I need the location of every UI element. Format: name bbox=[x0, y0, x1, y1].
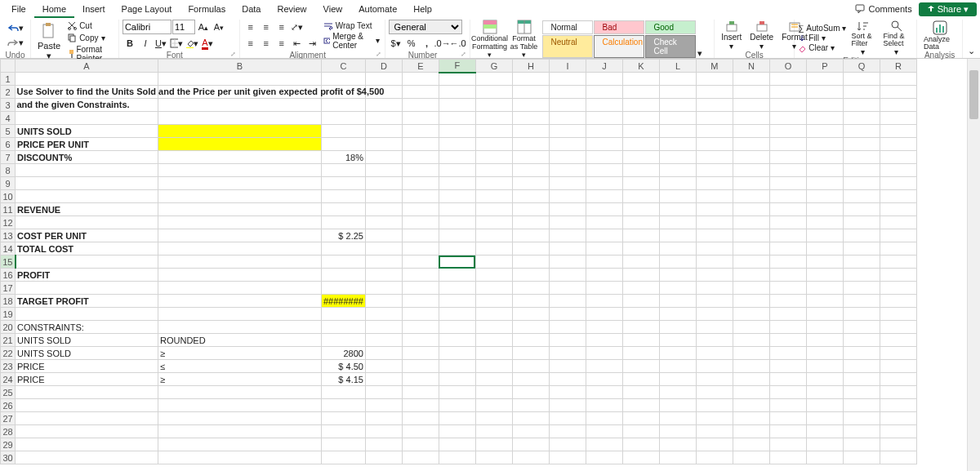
cell-K17[interactable] bbox=[622, 282, 659, 295]
cell-K2[interactable] bbox=[622, 86, 659, 99]
cell-O6[interactable] bbox=[769, 138, 806, 151]
increase-font-icon[interactable]: A▴ bbox=[196, 20, 211, 34]
cell-H14[interactable] bbox=[512, 242, 549, 255]
cell-A11[interactable]: REVENUE bbox=[16, 203, 158, 216]
col-header-F[interactable]: F bbox=[439, 60, 475, 73]
undo-button[interactable]: ▾ bbox=[7, 21, 24, 34]
cell-C13[interactable]: $ 2.25 bbox=[322, 229, 366, 242]
cell-F11[interactable] bbox=[439, 203, 475, 216]
cell-D12[interactable] bbox=[365, 216, 402, 229]
cell-I18[interactable] bbox=[549, 295, 586, 308]
cell-H5[interactable] bbox=[512, 125, 549, 138]
cell-A13[interactable]: COST PER UNIT bbox=[16, 229, 158, 242]
cell-B20[interactable] bbox=[158, 321, 322, 334]
cell-G1[interactable] bbox=[475, 73, 512, 86]
font-size-combo[interactable] bbox=[172, 20, 195, 34]
cell-P14[interactable] bbox=[806, 242, 843, 255]
cell-N5[interactable] bbox=[733, 125, 769, 138]
cell-C1[interactable] bbox=[322, 73, 366, 86]
cell-B23[interactable]: ≤ bbox=[158, 360, 322, 373]
cell-F28[interactable] bbox=[439, 425, 475, 438]
cell-K4[interactable] bbox=[622, 112, 659, 125]
cell-A5[interactable]: UNITS SOLD bbox=[16, 125, 158, 138]
row-header-21[interactable]: 21 bbox=[1, 334, 16, 347]
cell-F8[interactable] bbox=[439, 164, 475, 177]
cell-B22[interactable]: ≥ bbox=[158, 347, 322, 360]
cell-N26[interactable] bbox=[733, 399, 769, 412]
autosum-button[interactable]: ∑AutoSum ▾ bbox=[798, 24, 846, 33]
cell-R3[interactable] bbox=[880, 99, 916, 112]
cell-P3[interactable] bbox=[806, 99, 843, 112]
cell-J7[interactable] bbox=[586, 151, 622, 164]
cell-C14[interactable] bbox=[322, 242, 366, 255]
cell-R21[interactable] bbox=[880, 334, 916, 347]
cell-E26[interactable] bbox=[402, 399, 439, 412]
col-header-Q[interactable]: Q bbox=[843, 60, 880, 73]
cell-D19[interactable] bbox=[365, 308, 402, 321]
cell-P15[interactable] bbox=[806, 255, 843, 269]
cell-Q27[interactable] bbox=[843, 412, 880, 425]
cell-J23[interactable] bbox=[586, 360, 622, 373]
cell-L25[interactable] bbox=[659, 386, 696, 399]
col-header-D[interactable]: D bbox=[365, 60, 402, 73]
cell-M11[interactable] bbox=[696, 203, 733, 216]
cell-Q25[interactable] bbox=[843, 386, 880, 399]
cell-G8[interactable] bbox=[475, 164, 512, 177]
cell-R5[interactable] bbox=[880, 125, 916, 138]
cell-F17[interactable] bbox=[439, 282, 475, 295]
cell-D17[interactable] bbox=[365, 282, 402, 295]
cell-F3[interactable] bbox=[439, 99, 475, 112]
row-header-10[interactable]: 10 bbox=[1, 190, 16, 203]
row-header-16[interactable]: 16 bbox=[1, 269, 16, 282]
cell-H1[interactable] bbox=[512, 73, 549, 86]
cell-H21[interactable] bbox=[512, 334, 549, 347]
cell-P18[interactable] bbox=[806, 295, 843, 308]
cell-R17[interactable] bbox=[880, 282, 916, 295]
font-name-combo[interactable] bbox=[122, 20, 172, 34]
cell-K20[interactable] bbox=[622, 321, 659, 334]
cell-K30[interactable] bbox=[622, 451, 659, 464]
cell-J14[interactable] bbox=[586, 242, 622, 255]
col-header-G[interactable]: G bbox=[475, 60, 512, 73]
cell-A22[interactable]: UNITS SOLD bbox=[16, 347, 158, 360]
cell-E20[interactable] bbox=[402, 321, 439, 334]
cell-N29[interactable] bbox=[733, 438, 769, 451]
row-header-25[interactable]: 25 bbox=[1, 386, 16, 399]
row-header-6[interactable]: 6 bbox=[1, 138, 16, 151]
cell-P5[interactable] bbox=[806, 125, 843, 138]
orientation-icon[interactable]: ⤢▾ bbox=[290, 20, 305, 34]
underline-button[interactable]: U▾ bbox=[154, 36, 168, 51]
cell-E15[interactable] bbox=[402, 255, 439, 269]
cell-M23[interactable] bbox=[696, 360, 733, 373]
cell-F6[interactable] bbox=[439, 138, 475, 151]
cell-N12[interactable] bbox=[733, 216, 769, 229]
cell-N22[interactable] bbox=[733, 347, 769, 360]
cell-P20[interactable] bbox=[806, 321, 843, 334]
col-header-P[interactable]: P bbox=[806, 60, 843, 73]
cell-A3[interactable] bbox=[16, 99, 158, 112]
cell-F9[interactable] bbox=[439, 177, 475, 190]
cell-H11[interactable] bbox=[512, 203, 549, 216]
cell-B16[interactable] bbox=[158, 269, 322, 282]
cell-J2[interactable] bbox=[586, 86, 622, 99]
cell-G11[interactable] bbox=[475, 203, 512, 216]
cell-G21[interactable] bbox=[475, 334, 512, 347]
cell-Q28[interactable] bbox=[843, 425, 880, 438]
cell-R15[interactable] bbox=[880, 255, 916, 269]
cell-C8[interactable] bbox=[322, 164, 366, 177]
cell-J26[interactable] bbox=[586, 399, 622, 412]
cell-A7[interactable]: DISCOUNT% bbox=[16, 151, 158, 164]
cell-B2[interactable] bbox=[158, 86, 322, 99]
cell-E6[interactable] bbox=[402, 138, 439, 151]
cell-I7[interactable] bbox=[549, 151, 586, 164]
cell-N1[interactable] bbox=[733, 73, 769, 86]
cell-Q21[interactable] bbox=[843, 334, 880, 347]
cell-K28[interactable] bbox=[622, 425, 659, 438]
menu-tab-file[interactable]: File bbox=[3, 2, 34, 16]
cell-P11[interactable] bbox=[806, 203, 843, 216]
cell-R2[interactable] bbox=[880, 86, 916, 99]
cell-C27[interactable] bbox=[322, 412, 366, 425]
cell-J10[interactable] bbox=[586, 190, 622, 203]
cell-K16[interactable] bbox=[622, 269, 659, 282]
cell-G5[interactable] bbox=[475, 125, 512, 138]
